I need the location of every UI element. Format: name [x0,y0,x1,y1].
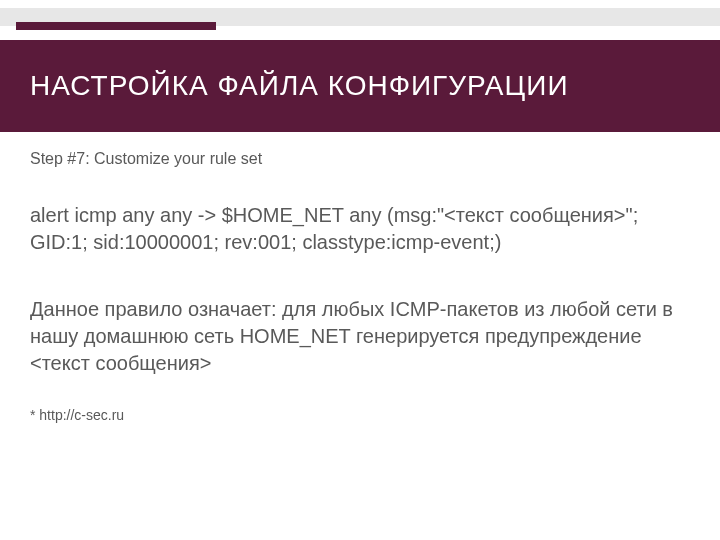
title-bar: НАСТРОЙКА ФАЙЛА КОНФИГУРАЦИИ [0,40,720,132]
content: Step #7: Customize your rule set alert i… [30,150,690,423]
footnote: * http://c-sec.ru [30,407,690,423]
rule-code: alert icmp any any -> $HOME_NET any (msg… [30,202,690,256]
slide: НАСТРОЙКА ФАЙЛА КОНФИГУРАЦИИ Step #7: Cu… [0,0,720,540]
page-title: НАСТРОЙКА ФАЙЛА КОНФИГУРАЦИИ [30,70,569,102]
accent-bar [16,22,216,30]
rule-description: Данное правило означает: для любых ICMP-… [30,296,690,377]
step-label: Step #7: Customize your rule set [30,150,690,168]
